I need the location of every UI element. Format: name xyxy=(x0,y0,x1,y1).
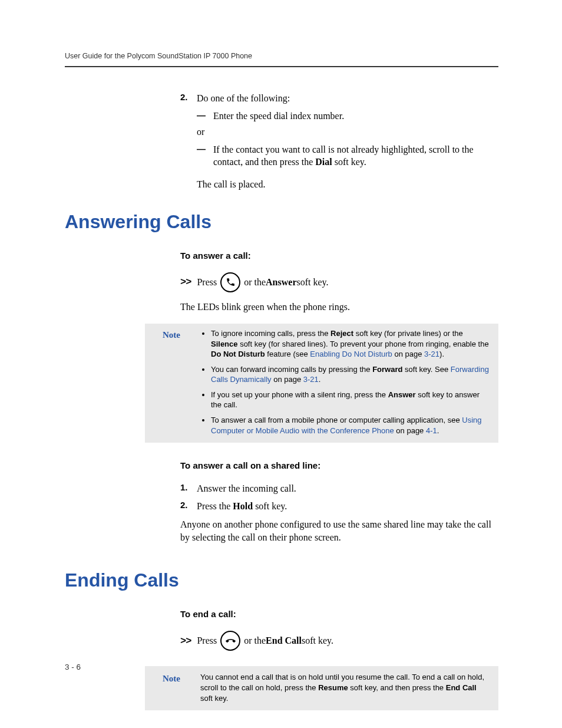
document-page: User Guide for the Polycom SoundStation … xyxy=(0,0,562,728)
sub-step-a: — Enter the speed dial index number. xyxy=(197,110,498,123)
link-dnd[interactable]: Enabling Do Not Disturb xyxy=(310,350,392,358)
end-call-step-line: >> Press or the End Call soft key. xyxy=(180,631,498,651)
answering-content: To answer a call: >> Press or the Answer… xyxy=(180,251,498,544)
note-body: To ignore incoming calls, press the Reje… xyxy=(200,328,489,436)
note-bullet-2: You can forward incoming calls by pressi… xyxy=(211,364,489,385)
heading-answering-calls: Answering Calls xyxy=(65,211,498,233)
answer-step-line: >> Press or the Answer soft key. xyxy=(180,272,498,292)
step-2: 2. Do one of the following: — Enter the … xyxy=(180,92,498,172)
shared-line-para: Anyone on another phone configured to us… xyxy=(180,518,498,543)
step-number: 1. xyxy=(180,482,197,495)
note-body: You cannot end a call that is on hold un… xyxy=(200,672,487,703)
running-header: User Guide for the Polycom SoundStation … xyxy=(65,52,498,66)
step-body: Press the Hold soft key. xyxy=(197,500,498,513)
note-label: Note xyxy=(152,328,180,436)
sub-step-text: Enter the speed dial index number. xyxy=(213,110,344,123)
note-bullet-3: If you set up your phone with a silent r… xyxy=(211,390,489,410)
subhead-to-end: To end a call: xyxy=(180,609,498,619)
call-icon xyxy=(220,272,240,292)
note-block-ending: Note You cannot end a call that is on ho… xyxy=(145,666,498,710)
note-label: Note xyxy=(152,672,180,703)
header-rule xyxy=(65,66,498,67)
dash-bullet: — xyxy=(197,110,213,123)
dash-bullet: — xyxy=(197,143,213,169)
step-number: 2. xyxy=(180,500,197,513)
call-placed-text: The call is placed. xyxy=(197,178,498,191)
sub-step-b: — If the contact you want to call is not… xyxy=(197,143,498,169)
step-chevrons: >> xyxy=(180,635,191,647)
note-block-answering: Note To ignore incoming calls, press the… xyxy=(145,324,498,443)
step-text: Do one of the following: xyxy=(197,93,290,103)
press-text: Press xyxy=(197,277,217,288)
press-suffix: soft key. xyxy=(302,635,333,646)
page-ref[interactable]: 3-21 xyxy=(303,375,319,384)
ending-content: To end a call: >> Press or the End Call … xyxy=(180,609,498,710)
shared-step-2: 2. Press the Hold soft key. xyxy=(180,500,498,513)
step-number: 2. xyxy=(180,92,197,172)
body-column: 2. Do one of the following: — Enter the … xyxy=(180,92,498,191)
end-call-icon xyxy=(220,631,240,651)
press-text: Press xyxy=(197,635,217,646)
leds-text: The LEDs blink green when the phone ring… xyxy=(180,301,498,314)
step-chevrons: >> xyxy=(180,276,191,288)
page-ref[interactable]: 3-21 xyxy=(424,350,439,358)
step-body: Answer the incoming call. xyxy=(197,482,498,495)
page-number: 3 - 6 xyxy=(65,663,81,671)
end-call-bold: End Call xyxy=(266,635,302,646)
note-bullet-4: To answer a call from a mobile phone or … xyxy=(211,415,489,436)
heading-ending-calls: Ending Calls xyxy=(65,569,498,591)
press-mid: or the xyxy=(244,277,266,288)
subhead-to-answer: To answer a call: xyxy=(180,251,498,261)
note-bullet-1: To ignore incoming calls, press the Reje… xyxy=(211,328,489,360)
press-mid: or the xyxy=(244,635,266,646)
page-ref[interactable]: 4-1 xyxy=(426,426,437,435)
or-separator: or xyxy=(197,126,498,139)
step-body: Do one of the following: — Enter the spe… xyxy=(197,92,498,172)
press-suffix: soft key. xyxy=(297,277,329,288)
answer-bold: Answer xyxy=(266,277,296,288)
shared-step-1: 1. Answer the incoming call. xyxy=(180,482,498,495)
sub-step-text: If the contact you want to call is not a… xyxy=(213,143,498,169)
subhead-shared-line: To answer a call on a shared line: xyxy=(180,460,498,470)
